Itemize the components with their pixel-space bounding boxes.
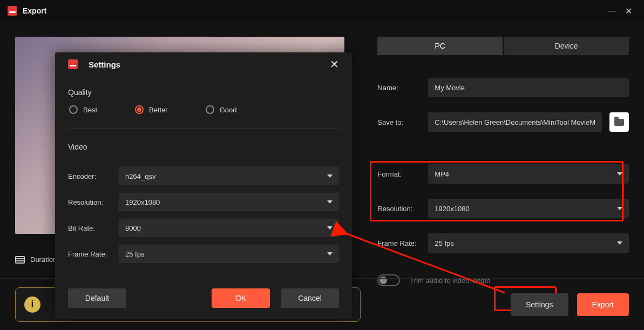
chevron-down-icon [617,207,622,210]
chevron-down-icon [617,172,622,176]
radio-icon [69,105,78,114]
ok-button[interactable]: OK [212,288,270,308]
encoder-label: Encoder: [68,172,119,180]
name-input[interactable]: My Movie [428,78,629,97]
modal-framerate-label: Frame Rate: [68,250,119,258]
saveto-input[interactable]: C:\Users\Helen Green\Documents\MiniTool … [428,112,602,132]
resolution-label: Resolution: [377,205,421,213]
settings-modal: Settings ✕ Quality Best Better Good Vide… [55,52,352,319]
app-icon [68,59,78,69]
bitrate-select[interactable]: 8000 [119,219,339,237]
saveto-label: Save to: [377,118,421,126]
chevron-down-icon [327,252,333,255]
chevron-down-icon [327,200,333,204]
app-icon [8,6,17,16]
format-label: Format: [377,170,421,178]
format-select[interactable]: MP4 [428,164,629,184]
name-label: Name: [377,84,421,92]
framerate-label: Frame Rate: [377,239,421,247]
modal-resolution-label: Resolution: [68,198,119,206]
modal-resolution-select[interactable]: 1920x1080 [119,193,339,211]
quality-radio-better[interactable]: Better [135,105,168,114]
tab-pc[interactable]: PC [377,37,503,55]
chevron-down-icon [327,226,333,230]
chevron-down-icon [327,174,333,178]
framerate-select[interactable]: 25 fps [428,233,629,253]
default-button[interactable]: Default [68,288,126,308]
duration-row: Duration [15,255,57,264]
modal-title: Settings [89,60,120,69]
settings-button[interactable]: Settings [511,293,568,316]
close-modal-button[interactable]: ✕ [330,58,339,71]
chevron-down-icon [617,241,622,245]
encoder-select[interactable]: h264_qsv [119,167,339,185]
quality-heading: Quality [68,88,339,97]
resolution-select[interactable]: 1920x1080 [428,199,629,218]
divider [68,128,339,129]
modal-framerate-select[interactable]: 25 fps [119,245,339,263]
duration-label: Duration [30,255,57,264]
minimize-button[interactable]: — [604,6,620,16]
bitrate-label: Bit Rate: [68,224,119,232]
tab-device[interactable]: Device [504,37,629,55]
folder-icon [614,119,624,126]
video-heading: Video [68,143,339,151]
cancel-button[interactable]: Cancel [281,288,339,308]
radio-icon [206,105,214,114]
film-icon [15,256,25,264]
close-window-button[interactable]: ✕ [620,6,636,16]
info-icon: i [24,297,40,313]
quality-radio-good[interactable]: Good [206,105,237,114]
titlebar: Export — ✕ [0,0,644,22]
window-title: Export [23,6,46,15]
export-button[interactable]: Export [577,293,629,316]
quality-radio-best[interactable]: Best [69,105,97,114]
browse-folder-button[interactable] [609,112,629,132]
radio-icon [135,105,144,114]
